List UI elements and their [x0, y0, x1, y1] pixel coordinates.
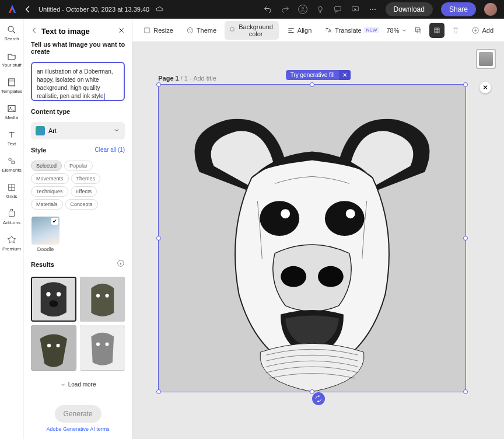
result-thumb-1[interactable]	[31, 277, 76, 322]
comment-icon[interactable]	[333, 5, 342, 14]
svg-point-0	[302, 8, 303, 9]
svg-point-22	[96, 294, 100, 297]
results-grid	[31, 277, 125, 371]
resize-handle[interactable]	[463, 389, 468, 394]
result-thumb-4[interactable]	[80, 325, 125, 371]
resize-button[interactable]: Resize	[138, 24, 178, 37]
style-chips: Selected Popular Movements Themes Techni…	[31, 161, 125, 210]
regenerate-icon[interactable]	[312, 392, 325, 405]
svg-point-18	[46, 292, 50, 296]
redo-icon[interactable]	[281, 5, 290, 14]
sidebar-item-premium[interactable]: Premium	[2, 235, 21, 252]
svg-rect-30	[145, 27, 149, 32]
background-color-button[interactable]: Background color	[225, 21, 279, 40]
try-fill-button[interactable]: Try generative fill	[286, 70, 340, 80]
svg-point-7	[8, 26, 13, 32]
result-thumb-2[interactable]	[80, 277, 125, 322]
svg-rect-36	[416, 27, 420, 32]
sidebar-item-text[interactable]: Text	[6, 130, 17, 147]
chip-themes[interactable]: Themes	[71, 173, 101, 184]
chip-movements[interactable]: Movements	[31, 173, 69, 184]
panel-close-icon[interactable]	[118, 26, 125, 36]
canvas-area: Resize Theme Background color Align Tran…	[132, 19, 504, 439]
svg-point-44	[346, 209, 355, 218]
svg-rect-37	[417, 29, 421, 33]
svg-rect-35	[230, 27, 234, 31]
document-title[interactable]: Untitled - October 30, 2023 at 13.39.40	[38, 6, 149, 13]
deselect-icon[interactable]: ✕	[480, 82, 491, 93]
svg-point-28	[96, 343, 100, 346]
svg-rect-38	[435, 28, 439, 33]
load-more-button[interactable]: Load more	[31, 378, 125, 391]
trash-icon[interactable]	[448, 23, 463, 38]
svg-point-25	[47, 344, 51, 347]
chip-popular[interactable]: Popular	[64, 161, 93, 171]
back-icon[interactable]	[23, 5, 33, 14]
topbar: Untitled - October 30, 2023 at 13.39.40 …	[0, 0, 504, 19]
chip-concepts[interactable]: Concepts	[65, 199, 98, 210]
present-icon[interactable]	[351, 5, 360, 14]
page-label[interactable]: Page 1 / 1 - Add title	[158, 75, 216, 82]
svg-point-20	[49, 300, 58, 307]
cloud-sync-icon[interactable]	[155, 5, 164, 14]
content-type-select[interactable]: Art	[31, 122, 125, 140]
sidebar-item-search[interactable]: Search	[4, 25, 19, 41]
share-button[interactable]: Share	[441, 2, 476, 16]
svg-point-23	[105, 294, 108, 297]
download-button[interactable]: Download	[386, 2, 433, 16]
sidebar-item-grids[interactable]: Grids	[6, 182, 17, 199]
clear-all-link[interactable]: Clear all (1)	[95, 147, 125, 153]
zoom-control[interactable]: 78%	[386, 27, 407, 34]
sidebar-item-yourstuff[interactable]: Your stuff	[2, 51, 21, 68]
svg-rect-14	[9, 211, 15, 217]
try-fill-close-icon[interactable]: ✕	[339, 70, 351, 80]
selected-image[interactable]	[158, 84, 466, 392]
app-logo[interactable]	[7, 4, 18, 15]
avatar[interactable]	[484, 3, 497, 16]
chevron-down-icon	[113, 126, 120, 136]
prompt-input[interactable]: an illustration of a Doberman, happy, is…	[31, 62, 125, 101]
translate-button[interactable]: TranslateNEW	[320, 24, 384, 37]
svg-point-4	[370, 9, 371, 10]
resize-handle[interactable]	[156, 389, 161, 394]
page-thumbnail[interactable]	[476, 49, 496, 69]
sidebar-item-media[interactable]: Media	[5, 103, 18, 120]
style-thumb-label: Doodle	[37, 246, 54, 252]
svg-point-45	[281, 266, 306, 287]
generate-button[interactable]: Generate	[55, 405, 102, 423]
svg-point-11	[9, 158, 12, 161]
theme-button[interactable]: Theme	[181, 24, 221, 37]
canvas-toolbar: Resize Theme Background color Align Tran…	[132, 19, 504, 42]
panel-back-icon[interactable]	[31, 26, 38, 36]
resize-handle[interactable]	[463, 236, 468, 241]
svg-point-46	[318, 266, 344, 287]
layers-icon[interactable]	[429, 23, 444, 38]
pages-icon[interactable]	[411, 23, 426, 38]
svg-point-19	[57, 292, 61, 296]
align-button[interactable]: Align	[282, 24, 316, 37]
svg-point-29	[105, 343, 108, 346]
more-icon[interactable]	[368, 5, 377, 14]
ai-terms-link[interactable]: Adobe Generative AI terms	[47, 426, 110, 432]
chip-techniques[interactable]: Techniques	[31, 186, 68, 197]
chip-selected[interactable]: Selected	[31, 161, 62, 171]
user-icon[interactable]	[298, 5, 307, 14]
sidebar-item-templates[interactable]: Templates	[1, 77, 22, 94]
result-thumb-3[interactable]	[31, 325, 76, 371]
chip-effects[interactable]: Effects	[71, 186, 97, 197]
style-thumb-doodle[interactable]: ✔	[32, 217, 60, 245]
svg-point-5	[372, 9, 373, 10]
resize-handle[interactable]	[463, 82, 468, 87]
bulb-icon[interactable]	[316, 5, 325, 14]
sidebar-item-addons[interactable]: Add-ons	[3, 208, 20, 225]
undo-icon[interactable]	[263, 5, 272, 14]
svg-rect-12	[12, 161, 15, 164]
chip-materials[interactable]: Materials	[31, 199, 63, 210]
info-icon[interactable]	[117, 259, 125, 270]
check-icon: ✔	[51, 218, 58, 225]
svg-point-1	[318, 6, 322, 11]
add-button[interactable]: Add	[467, 24, 498, 37]
svg-point-33	[191, 29, 191, 30]
sidebar-item-elements[interactable]: Elements	[2, 156, 21, 173]
canvas-body[interactable]: Page 1 / 1 - Add title Try generative fi…	[132, 42, 504, 439]
